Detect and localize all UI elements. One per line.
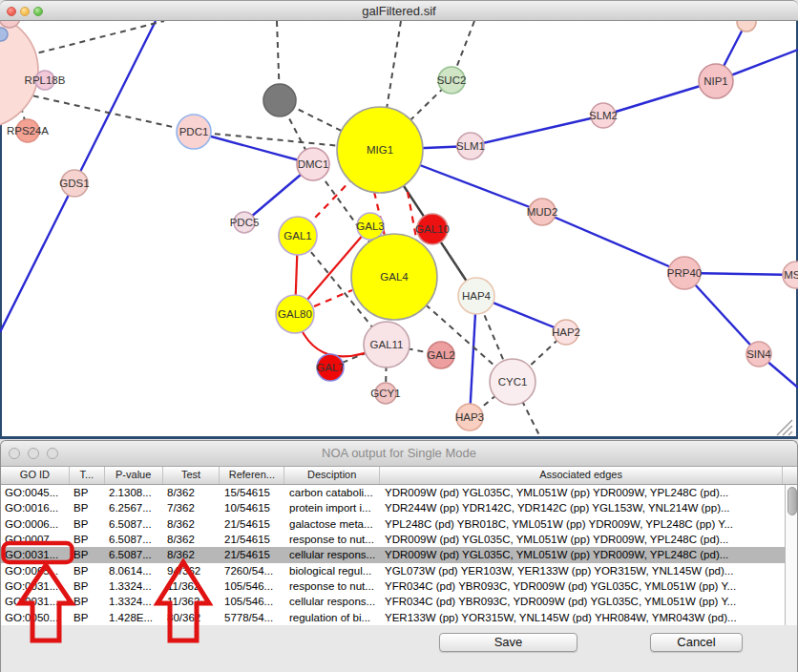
node-label-SLM1: SLM1: [456, 140, 485, 152]
column-header-6[interactable]: Associated edges: [380, 467, 783, 484]
column-header-1[interactable]: T...: [70, 467, 105, 484]
cell-r8-c3: 80/362: [163, 610, 220, 625]
cell-r5-c3: 94/362: [163, 563, 220, 578]
node-label-GAL2: GAL2: [427, 349, 454, 361]
cell-r3-c1: BP: [70, 532, 105, 547]
cell-r2-c2: 6.5087...: [105, 516, 163, 532]
noa-titlebar[interactable]: NOA output for Single Mode: [1, 441, 797, 467]
node-label-SLM2: SLM2: [589, 110, 618, 121]
cell-r6-c2: 1.3324...: [105, 578, 163, 594]
cell-r0-c2: 2.1308...: [105, 485, 163, 500]
table-row-1[interactable]: GO:0016...BP6.2567...7/36210/54615protei…: [1, 500, 785, 515]
network-canvas[interactable]: RPL18BRPS24AGDS1PDC1DMC1MIG1SUC2SLM1SLM2…: [0, 21, 798, 439]
cell-r4-c2: 6.5087...: [105, 547, 163, 562]
column-header-4[interactable]: Referen...: [220, 467, 284, 484]
node-label-PDC5: PDC5: [230, 217, 260, 228]
node-CUT_B[interactable]: [0, 28, 8, 41]
save-button[interactable]: Save: [439, 633, 578, 652]
column-header-0[interactable]: GO ID: [1, 467, 70, 484]
table-row-3[interactable]: GO:0007...BP6.5087...8/36221/54615respon…: [1, 532, 785, 547]
table-row-5[interactable]: GO:0065...BP8.0614...94/3627260/54...bio…: [1, 563, 785, 578]
network-window-title: galFiltered.sif: [0, 1, 798, 22]
node-label-NIP1: NIP1: [704, 75, 728, 87]
node-label-GAL11: GAL11: [370, 339, 404, 350]
cell-r4-c0: GO:0031...: [1, 547, 70, 562]
cell-r4-c6: YDR009W (pd) YGL035C, YML051W (pp) YDR00…: [381, 547, 785, 562]
table-row-4[interactable]: GO:0031...BP6.5087...8/36221/54615cellul…: [1, 547, 785, 562]
cell-r5-c5: biological regul...: [285, 563, 381, 578]
cell-r0-c5: carbon cataboli...: [285, 485, 381, 500]
node-label-HAP2: HAP2: [552, 326, 580, 338]
cell-r5-c1: BP: [70, 563, 105, 578]
cell-r7-c6: YFR034C (pd) YBR093C, YDR009W (pd) YGL03…: [381, 594, 785, 609]
cell-r4-c5: cellular respons...: [285, 547, 381, 562]
cell-r2-c4: 21/54615: [220, 516, 285, 532]
table-row-2[interactable]: GO:0006...BP6.5087...8/36221/54615galact…: [1, 516, 785, 532]
column-header-2[interactable]: P-value: [105, 467, 163, 484]
column-header-3[interactable]: Test: [163, 467, 220, 484]
node-label-GAL10: GAL10: [415, 223, 450, 235]
cell-r2-c0: GO:0006...: [1, 516, 70, 532]
node-label-PDC1: PDC1: [179, 126, 209, 137]
cell-r0-c0: GO:0045...: [1, 485, 70, 500]
table-row-8[interactable]: GO:0050...BP1.428E...80/3625778/54...reg…: [1, 610, 785, 625]
table-header: GO IDT...P-valueTestReferen...Desciption…: [1, 467, 797, 485]
cell-r5-c2: 8.0614...: [105, 563, 163, 578]
cell-r7-c4: 105/546...: [220, 594, 285, 609]
cell-r8-c6: YER133W (pp) YOR315W, YNL145W (pd) YHR08…: [381, 610, 785, 625]
cell-r7-c3: 11/362: [163, 594, 220, 609]
node-label-PRP40: PRP40: [667, 267, 702, 279]
node-label-SUC2: SUC2: [437, 74, 467, 86]
node-label-RPL18B: RPL18B: [25, 74, 66, 86]
cell-r0-c3: 8/362: [163, 485, 220, 500]
scrollbar-thumb[interactable]: [788, 487, 797, 515]
cell-r2-c1: BP: [70, 516, 105, 532]
cell-r1-c0: GO:0016...: [1, 500, 70, 515]
cell-r3-c5: response to nut...: [285, 532, 381, 547]
resize-grip-icon[interactable]: [775, 419, 794, 436]
node-label-HAP3: HAP3: [455, 411, 484, 423]
cell-r5-c4: 7260/54...: [220, 563, 285, 578]
node-CUT_TR[interactable]: [737, 21, 756, 32]
table-row-6[interactable]: GO:0031...BP1.3324...11/362105/546...res…: [1, 578, 785, 594]
network-titlebar[interactable]: galFiltered.sif: [0, 0, 798, 21]
edge-blue: [542, 212, 684, 273]
noa-footer: Save Cancel: [1, 625, 797, 672]
node-label-RPS24A: RPS24A: [7, 125, 49, 136]
cell-r0-c4: 15/54615: [220, 485, 285, 500]
cell-r1-c4: 10/54615: [220, 500, 285, 515]
cell-r7-c2: 1.3324...: [105, 594, 163, 609]
cell-r1-c6: YDR244W (pp) YDR142C, YDR142C (pp) YGL15…: [381, 500, 785, 515]
cell-r6-c1: BP: [70, 578, 105, 594]
edge-reddash: [314, 290, 352, 306]
cell-r4-c3: 8/362: [163, 547, 220, 562]
cell-r1-c2: 6.2567...: [105, 500, 163, 515]
cell-r6-c4: 105/546...: [220, 578, 285, 594]
edge-blue: [471, 116, 603, 146]
cell-r6-c0: GO:0031...: [1, 578, 70, 594]
cell-r4-c1: BP: [70, 547, 105, 562]
cell-r2-c5: galactose meta...: [285, 516, 381, 532]
cell-r3-c0: GO:0007...: [1, 532, 70, 547]
table-row-0[interactable]: GO:0045...BP2.1308...8/36215/54615carbon…: [1, 485, 785, 500]
node-label-MIG1: MIG1: [367, 144, 393, 156]
noa-window: NOA output for Single Mode GO IDT...P-va…: [0, 440, 798, 672]
cell-r2-c3: 8/362: [163, 516, 220, 532]
results-table: GO:0045...BP2.1308...8/36215/54615carbon…: [1, 485, 785, 625]
cell-r7-c1: BP: [70, 594, 105, 609]
cell-r2-c6: YPL248C (pd) YBR018C, YML051W (pp) YDR00…: [381, 516, 785, 532]
cell-r6-c5: response to nut...: [285, 578, 381, 594]
cell-r6-c6: YFR034C (pd) YBR093C, YDR009W (pd) YGL03…: [381, 578, 785, 594]
network-window: RPL18BRPS24AGDS1PDC1DMC1MIG1SUC2SLM1SLM2…: [0, 0, 798, 439]
screen: { "network_window": { "title": "galFilte…: [0, 0, 798, 672]
node-label-MSN: MSN: [784, 269, 798, 281]
cell-r4-c4: 21/54615: [220, 547, 285, 562]
table-row-7[interactable]: GO:0031...BP1.3324...11/362105/546...cel…: [1, 594, 785, 609]
node-GRAY1[interactable]: [263, 84, 296, 116]
cancel-button[interactable]: Cancel: [650, 633, 743, 652]
node-label-GAL7: GAL7: [316, 362, 344, 373]
node-label-GDS1: GDS1: [59, 178, 89, 189]
vertical-scrollbar[interactable]: [785, 485, 797, 625]
column-header-5[interactable]: Desciption: [284, 467, 380, 484]
cell-r5-c6: YGL073W (pd) YER103W, YER133W (pp) YOR31…: [381, 563, 785, 578]
